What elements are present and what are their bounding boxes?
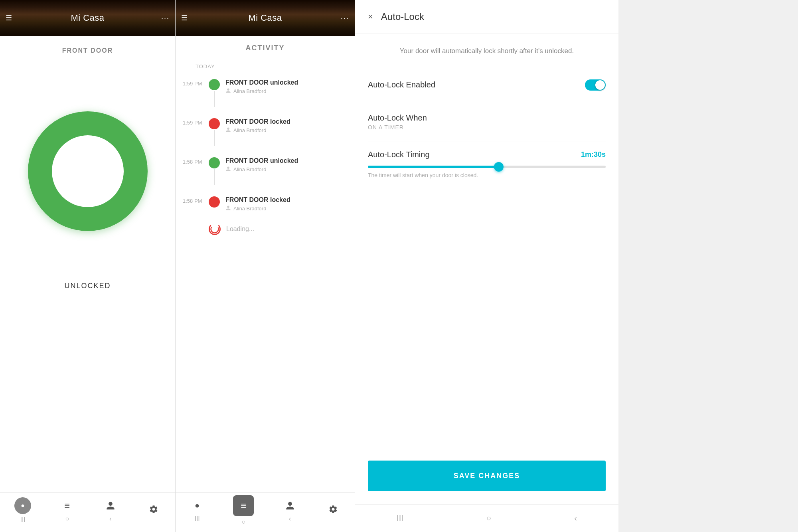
user-icon: [225, 205, 231, 212]
nav-item-list-mid[interactable]: ≡ ○: [233, 495, 254, 526]
nav-item-home-mid[interactable]: ● III: [190, 498, 204, 522]
list-icon-mid[interactable]: ≡: [233, 495, 254, 516]
nav-indicator-list-mid: ○: [242, 518, 246, 526]
nav-indicator-home-mid: III: [194, 515, 200, 522]
activity-event: FRONT DOOR locked: [225, 118, 348, 125]
autolock-when-label: Auto-Lock When: [368, 113, 427, 123]
nav-indicator-list-left: ○: [65, 515, 69, 522]
activity-text: FRONT DOOR unlocked Alina Bradford: [225, 157, 348, 173]
left-panel: ☰ Mi Casa ··· FRONT DOOR UNLOCKED ● III …: [0, 0, 176, 532]
svg-point-0: [211, 225, 219, 233]
nav-item-users-left[interactable]: ‹: [103, 498, 118, 522]
lock-ring-inner: [52, 135, 124, 207]
lock-ring[interactable]: [28, 111, 148, 231]
activity-item: 1:59 PM FRONT DOOR locked Alina Bradford: [180, 113, 351, 152]
loading-item: Loading...: [180, 218, 351, 241]
nav-item-settings-mid[interactable]: [326, 502, 340, 519]
autolock-header: × Auto-Lock: [355, 0, 618, 34]
list-icon-left[interactable]: ≡: [60, 498, 74, 513]
activity-text: FRONT DOOR locked Alina Bradford: [225, 196, 348, 212]
right-nav-indicator-3[interactable]: ‹: [574, 514, 577, 523]
autolock-timing-row: Auto-Lock Timing 1m:30s The timer will s…: [368, 142, 606, 182]
autolock-toggle[interactable]: [585, 79, 606, 91]
activity-event: FRONT DOOR unlocked: [225, 79, 348, 86]
activity-event: FRONT DOOR unlocked: [225, 157, 348, 164]
left-hero: ☰ Mi Casa ···: [0, 0, 175, 36]
autolock-enabled-label: Auto-Lock Enabled: [368, 80, 435, 89]
slider-thumb[interactable]: [494, 162, 504, 172]
activity-list: 1:59 PM FRONT DOOR unlocked Alina Bradfo…: [176, 73, 355, 283]
loading-spinner: [209, 223, 221, 235]
user-icon: [225, 88, 231, 95]
autolock-when-text: Auto-Lock When ON A TIMER: [368, 113, 427, 131]
activity-time: 1:59 PM: [183, 81, 209, 87]
home-icon-mid[interactable]: ●: [190, 498, 204, 513]
user-icon: [225, 166, 231, 173]
activity-dot-col: [209, 196, 220, 208]
spacer: [618, 0, 798, 532]
close-button[interactable]: ×: [368, 12, 373, 22]
activity-time: 1:59 PM: [183, 120, 209, 126]
toggle-knob: [595, 80, 605, 90]
activity-dot-col: [209, 157, 220, 185]
slider-fill: [368, 166, 499, 168]
right-bottom-nav: III ○ ‹: [355, 504, 618, 532]
activity-item: 1:58 PM FRONT DOOR unlocked Alina Bradfo…: [180, 152, 351, 191]
mid-hero: ☰ Mi Casa ···: [176, 0, 355, 36]
right-nav-indicator-1[interactable]: III: [397, 514, 403, 523]
save-changes-button[interactable]: SAVE CHANGES: [368, 461, 606, 491]
autolock-content: Auto-Lock Enabled Auto-Lock When ON A TI…: [355, 64, 618, 267]
activity-title: ACTIVITY: [176, 44, 355, 52]
nav-item-users-mid[interactable]: ‹: [283, 498, 297, 522]
left-menu-button[interactable]: ☰: [6, 14, 12, 22]
slider-hint: The timer will start when your door is c…: [368, 172, 606, 178]
users-icon-left[interactable]: [103, 498, 118, 513]
nav-item-list-left[interactable]: ≡ ○: [60, 498, 74, 522]
slider-value: 1m:30s: [581, 150, 606, 159]
door-label: FRONT DOOR: [0, 47, 175, 54]
activity-user: Alina Bradford: [225, 205, 348, 212]
activity-item: 1:59 PM FRONT DOOR unlocked Alina Bradfo…: [180, 73, 351, 113]
activity-time: 1:58 PM: [183, 159, 209, 165]
nav-item-settings-left[interactable]: [146, 502, 161, 519]
activity-line: [214, 130, 215, 146]
left-bottom-nav: ● III ≡ ○ ‹: [0, 492, 175, 532]
slider-track[interactable]: [368, 166, 606, 168]
mid-dots-button[interactable]: ···: [341, 14, 349, 22]
user-icon: [225, 127, 231, 134]
activity-event: FRONT DOOR locked: [225, 196, 348, 204]
loading-text: Loading...: [226, 225, 254, 233]
mid-menu-button[interactable]: ☰: [181, 14, 188, 22]
activity-line: [214, 91, 215, 107]
activity-user: Alina Bradford: [225, 166, 348, 173]
activity-user: Alina Bradford: [225, 127, 348, 134]
right-nav-indicator-2[interactable]: ○: [486, 514, 491, 523]
nav-indicator-users-mid: ‹: [289, 515, 291, 522]
dot-green: [209, 157, 220, 168]
mid-bottom-nav: ● III ≡ ○ ‹: [176, 492, 355, 532]
activity-time: 1:58 PM: [183, 198, 209, 204]
activity-text: FRONT DOOR unlocked Alina Bradford: [225, 79, 348, 95]
activity-user: Alina Bradford: [225, 88, 348, 95]
settings-icon-mid[interactable]: [326, 502, 340, 516]
activity-item: 1:58 PM FRONT DOOR locked Alina Bradford: [180, 191, 351, 218]
left-dots-button[interactable]: ···: [161, 14, 170, 22]
nav-indicator-users-left: ‹: [109, 515, 111, 522]
autolock-enabled-row: Auto-Lock Enabled: [368, 68, 606, 102]
autolock-description: Your door will automatically lock shortl…: [355, 34, 618, 64]
activity-line: [214, 169, 215, 185]
users-icon-mid[interactable]: [283, 498, 297, 513]
dot-green: [209, 79, 220, 90]
lock-status: UNLOCKED: [0, 282, 175, 290]
nav-item-home-left[interactable]: ● III: [14, 497, 31, 524]
dot-red: [209, 118, 220, 129]
right-panel: × Auto-Lock Your door will automatically…: [355, 0, 618, 532]
middle-panel: ☰ Mi Casa ··· ACTIVITY TODAY 1:59 PM FRO…: [176, 0, 355, 532]
lock-ring-container[interactable]: [0, 70, 175, 272]
settings-icon-left[interactable]: [146, 502, 161, 516]
activity-dot-col: [209, 79, 220, 107]
mid-hero-title: Mi Casa: [248, 13, 282, 23]
dot-red: [209, 196, 220, 208]
home-icon-left[interactable]: ●: [14, 497, 31, 514]
left-hero-title: Mi Casa: [71, 13, 104, 23]
